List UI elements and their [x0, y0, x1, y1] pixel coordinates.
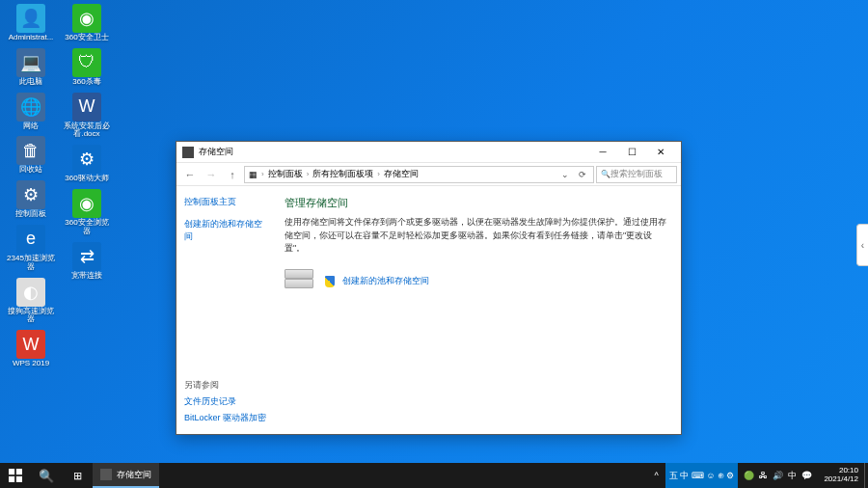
app-icon: ⚙ — [16, 180, 45, 209]
ime-bar[interactable]: 五 中 ⌨ ☺ ⊕ ⚙ — [665, 463, 739, 488]
app-icon — [100, 469, 112, 480]
app-icon: 🗑 — [16, 136, 45, 165]
icon-label: 360安全浏览器 — [62, 219, 112, 236]
icon-label: WPS 2019 — [13, 360, 49, 368]
breadcrumb-item[interactable]: 存储空间 — [384, 168, 419, 180]
icon-label: 360安全卫士 — [65, 34, 108, 42]
icon-label: 搜狗高速浏览器 — [6, 308, 56, 325]
create-pool-link[interactable]: 创建新的池和存储空间 — [342, 275, 429, 287]
desktop-icon[interactable]: W系统安装后必看.docx — [62, 93, 112, 140]
svg-rect-3 — [16, 476, 22, 482]
search-input[interactable]: 搜索控制面板 — [596, 166, 677, 183]
bitlocker-link[interactable]: BitLocker 驱动器加密 — [184, 412, 266, 424]
chevron-right-icon: › — [307, 170, 310, 178]
refresh-icon[interactable]: ⟳ — [576, 170, 589, 179]
forward-button[interactable]: → — [202, 165, 221, 184]
svg-rect-0 — [9, 469, 14, 474]
back-button[interactable]: ← — [180, 165, 200, 184]
app-icon: e — [16, 225, 45, 254]
file-history-link[interactable]: 文件历史记录 — [184, 395, 266, 408]
clock[interactable]: 20:10 2021/4/12 — [818, 467, 864, 484]
breadcrumb[interactable]: ▦ › 控制面板 › 所有控制面板项 › 存储空间 ⌄ ⟳ — [244, 166, 594, 183]
ime-lang-icon[interactable]: 中 — [788, 470, 797, 482]
clock-date: 2021/4/12 — [824, 475, 858, 484]
desktop-icon[interactable]: e2345加速浏览器 — [6, 225, 56, 272]
desktop-icon[interactable]: 👤Administrat... — [6, 4, 56, 42]
icon-label: 系统安装后必看.docx — [62, 122, 112, 140]
maximize-button[interactable]: ☐ — [617, 143, 646, 162]
windows-logo-icon — [9, 469, 22, 482]
show-desktop-button[interactable] — [864, 463, 868, 488]
chevron-right-icon: › — [377, 170, 380, 178]
desktop-icon[interactable]: ◐搜狗高速浏览器 — [6, 278, 56, 325]
titlebar[interactable]: 存储空间 ─ ☐ ✕ — [176, 142, 681, 163]
icon-label: 2345加速浏览器 — [6, 255, 56, 272]
taskbar: 🔍 ⊞ 存储空间 ^ 五 中 ⌨ ☺ ⊕ ⚙ 🟢 🖧 🔊 中 💬 20:10 2… — [0, 463, 868, 488]
main-heading: 管理存储空间 — [285, 196, 667, 210]
desktop-icon[interactable]: ⚙360驱动大师 — [62, 145, 112, 183]
breadcrumb-item[interactable]: 所有控制面板项 — [312, 168, 373, 180]
icon-label: 宽带连接 — [71, 272, 102, 281]
network-icon[interactable]: 🖧 — [759, 471, 768, 480]
desktop-icon[interactable]: 💻此电脑 — [6, 48, 56, 87]
ime-items[interactable]: 五 中 ⌨ ☺ ⊕ ⚙ — [669, 470, 735, 482]
drives-icon — [285, 267, 317, 296]
app-icon: 🌐 — [16, 93, 45, 122]
close-button[interactable]: ✕ — [646, 143, 675, 162]
app-icon: W — [72, 93, 101, 122]
window-title: 存储空间 — [199, 146, 588, 158]
desktop-icons: 👤Administrat...💻此电脑🌐网络🗑回收站⚙控制面板e2345加速浏览… — [6, 4, 112, 368]
start-button[interactable] — [0, 463, 31, 488]
svg-rect-2 — [9, 476, 14, 482]
desktop-icon[interactable]: 🌐网络 — [6, 93, 56, 131]
app-icon: 👤 — [16, 4, 45, 33]
volume-icon[interactable]: 🔊 — [773, 471, 783, 480]
desktop-icon[interactable]: ⇄宽带连接 — [62, 242, 112, 281]
icon-label: 网络 — [23, 122, 39, 131]
taskbar-app-storage[interactable]: 存储空间 — [93, 463, 159, 488]
icon-label: 360杀毒 — [72, 78, 100, 87]
desktop-icon[interactable]: WWPS 2019 — [6, 330, 56, 368]
control-panel-window: 存储空间 ─ ☐ ✕ ← → ↑ ▦ › 控制面板 › 所有控制面板项 › 存储… — [176, 141, 682, 435]
up-button[interactable]: ↑ — [223, 165, 242, 184]
app-icon: ◉ — [72, 4, 101, 33]
taskview-button[interactable]: ⊞ — [62, 463, 93, 488]
icon-label: 360驱动大师 — [65, 175, 108, 183]
desktop-icon[interactable]: ◉360安全浏览器 — [62, 189, 112, 236]
desktop-icon[interactable]: ⚙控制面板 — [6, 180, 56, 219]
main-panel: 管理存储空间 使用存储空间将文件保存到两个或更多驱动器，以便在驱动器发生故障时为… — [271, 186, 681, 434]
sidebar-create-pool[interactable]: 创建新的池和存储空间 — [184, 218, 263, 243]
app-icon: ◉ — [72, 189, 101, 218]
chevron-down-icon[interactable]: ⌄ — [558, 170, 572, 179]
chevron-right-icon: › — [261, 170, 264, 178]
minimize-button[interactable]: ─ — [588, 143, 617, 162]
taskbar-app-label: 存储空间 — [117, 469, 151, 481]
system-tray: ^ 五 中 ⌨ ☺ ⊕ ⚙ 🟢 🖧 🔊 中 💬 20:10 2021/4/12 — [648, 463, 868, 488]
desktop-icon[interactable]: ◉360安全卫士 — [62, 4, 112, 42]
action-center-icon[interactable]: 💬 — [801, 471, 812, 480]
icon-label: 回收站 — [19, 166, 42, 175]
icon-label: 此电脑 — [19, 78, 42, 87]
app-icon: ◐ — [16, 278, 45, 307]
tray-overflow-icon[interactable]: ^ — [648, 463, 665, 488]
icon-label: 控制面板 — [15, 210, 46, 219]
sidebar-home[interactable]: 控制面板主页 — [184, 196, 263, 208]
search-button[interactable]: 🔍 — [31, 463, 62, 488]
window-icon — [182, 147, 194, 158]
app-icon: ⚙ — [72, 145, 101, 174]
see-also-heading: 另请参阅 — [184, 379, 266, 392]
desktop-icon[interactable]: 🗑回收站 — [6, 136, 56, 175]
edge-widget[interactable]: ‹ — [856, 224, 868, 266]
create-pool-action: 创建新的池和存储空间 — [285, 267, 667, 296]
shield-icon — [325, 276, 335, 287]
main-description: 使用存储空间将文件保存到两个或更多驱动器，以便在驱动器发生故障时为你提供保护。通… — [285, 216, 667, 256]
sidebar: 控制面板主页 创建新的池和存储空间 另请参阅 文件历史记录 BitLocker … — [176, 186, 271, 434]
desktop-icon[interactable]: 🛡360杀毒 — [62, 48, 112, 87]
tray-icon[interactable]: 🟢 — [744, 471, 754, 480]
app-icon: ⇄ — [72, 242, 101, 271]
breadcrumb-item[interactable]: 控制面板 — [268, 168, 303, 180]
app-icon: 💻 — [16, 48, 45, 77]
address-bar: ← → ↑ ▦ › 控制面板 › 所有控制面板项 › 存储空间 ⌄ ⟳ 搜索控制… — [176, 163, 681, 186]
breadcrumb-icon: ▦ — [249, 170, 258, 179]
icon-label: Administrat... — [9, 34, 54, 42]
